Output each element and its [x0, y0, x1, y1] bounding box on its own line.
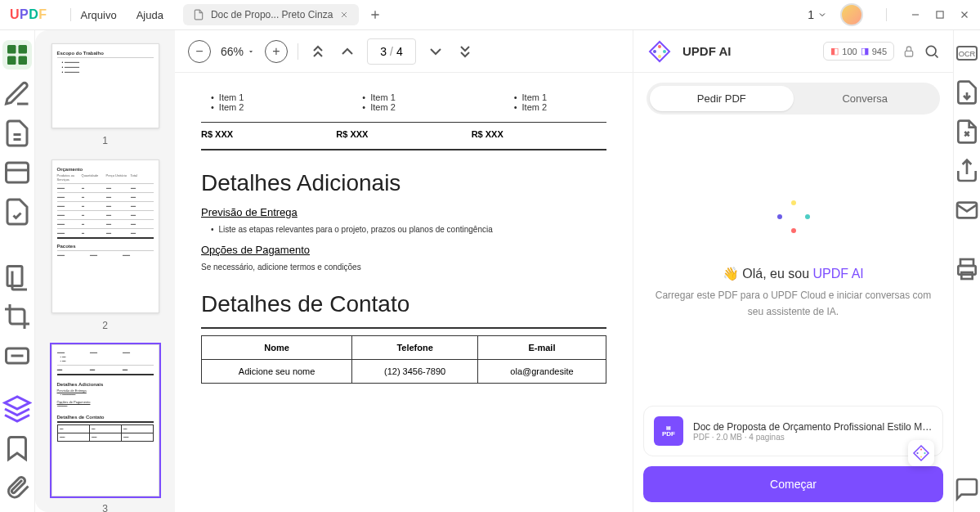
layers-tool[interactable]	[2, 394, 32, 424]
ai-header: UPDF AI ◧100 ◨945	[633, 30, 953, 73]
svg-rect-6	[7, 267, 22, 286]
svg-point-8	[658, 45, 661, 48]
ai-tabs: Pedir PDF Conversa	[633, 73, 953, 115]
minimize-icon[interactable]	[910, 9, 921, 20]
price-row: R$ XXXR$ XXXR$ XXX	[201, 122, 606, 139]
chevron-down-icon	[817, 10, 827, 20]
thumbnail-label: 1	[48, 135, 162, 146]
lock-icon[interactable]	[902, 45, 915, 58]
document-tab[interactable]: Doc de Propo... Preto Cinza	[183, 4, 359, 25]
thumbnail-label: 3	[48, 503, 162, 512]
credits-display[interactable]: ◧100 ◨945	[823, 42, 894, 61]
search-icon[interactable]	[924, 43, 940, 60]
svg-point-20	[920, 448, 922, 450]
document-icon	[193, 9, 204, 20]
bookmark-tool[interactable]	[2, 433, 32, 463]
svg-point-22	[920, 456, 922, 457]
right-toolbar: OCR	[953, 30, 980, 512]
form-tool[interactable]	[2, 158, 32, 187]
separator	[886, 8, 887, 21]
svg-rect-1	[7, 45, 16, 54]
thumbnail-1[interactable]: Escopo do Trabalho • ━━━━━━• ━━━━━━• ━━━…	[51, 43, 159, 128]
heading-forecast: Previsão de Entrega	[201, 206, 606, 218]
svg-point-23	[916, 452, 918, 454]
document-page: Item 1Item 2 Item 1Item 2 Item 1Item 2 R…	[175, 73, 633, 512]
separator	[70, 8, 71, 21]
tab-title: Doc de Propo... Preto Cinza	[211, 9, 333, 20]
tab-pedir-pdf[interactable]: Pedir PDF	[650, 86, 794, 111]
last-page-button[interactable]	[455, 42, 475, 61]
thumbnails-tool[interactable]	[2, 40, 32, 70]
start-button[interactable]: Começar	[643, 466, 943, 502]
page-input[interactable]: 3 / 4	[367, 38, 416, 65]
maximize-icon[interactable]	[934, 9, 946, 20]
svg-rect-5	[7, 163, 29, 182]
thumbnails-panel: Escopo do Trabalho • ━━━━━━• ━━━━━━• ━━━…	[35, 30, 175, 512]
items-section: Item 1Item 2 Item 1Item 2 Item 1Item 2	[201, 92, 606, 112]
thumbnail-2[interactable]: Orçamento Produtos ou ServiçosQuantidade…	[51, 159, 159, 313]
close-icon[interactable]	[339, 10, 349, 20]
new-tab-button[interactable]	[365, 5, 385, 25]
next-page-button[interactable]	[426, 42, 445, 61]
svg-point-13	[926, 46, 936, 56]
svg-point-10	[658, 55, 661, 58]
svg-point-21	[924, 452, 925, 454]
ai-file-card: ▤PDF Doc de Proposta de Orçamento Profis…	[643, 406, 943, 456]
attachment-tool[interactable]	[2, 473, 32, 502]
annotate-tool[interactable]	[2, 119, 32, 148]
email-tool[interactable]	[954, 197, 980, 223]
ocr-tool[interactable]: OCR	[954, 40, 980, 66]
ai-subtext: Carregar este PDF para o UPDF Cloud e in…	[653, 288, 933, 319]
separator	[298, 43, 298, 60]
zoom-in-button[interactable]: +	[265, 40, 288, 63]
thumbnail-label: 2	[48, 320, 162, 331]
menu-arquivo[interactable]: Arquivo	[81, 9, 117, 21]
menu-ajuda[interactable]: Ajuda	[136, 9, 163, 21]
ai-title: UPDF AI	[682, 44, 731, 58]
svg-rect-2	[19, 45, 28, 54]
tab-conversa[interactable]: Conversa	[794, 86, 937, 111]
prev-page-button[interactable]	[338, 42, 357, 61]
ai-body: 👋Olá, eu sou UPDF AI Carregar este PDF p…	[633, 115, 953, 406]
document-scroll[interactable]: Item 1Item 2 Item 1Item 2 Item 1Item 2 R…	[175, 73, 633, 512]
redact-tool[interactable]	[2, 341, 32, 371]
pages-tool[interactable]	[2, 263, 32, 292]
chat-tool[interactable]	[954, 476, 980, 502]
file-name: Doc de Proposta de Orçamento Profissiona…	[693, 421, 933, 433]
heading-contact: Detalhes de Contato	[201, 291, 606, 317]
heading-additional: Detalhes Adicionais	[201, 170, 606, 196]
svg-point-11	[653, 50, 656, 53]
forecast-text: Liste as etapas relevantes para o projet…	[201, 225, 606, 234]
thumbnail-3[interactable]: ━━━━━━━━━ • ━━• ━━ ━━━━━━ Detalhes Adici…	[51, 344, 159, 496]
ai-panel: UPDF AI ◧100 ◨945 Pedir PDF Conversa	[633, 30, 953, 512]
app-logo: UPDF	[10, 7, 47, 22]
share-tool[interactable]	[954, 158, 980, 184]
zoom-out-button[interactable]: −	[188, 40, 211, 63]
export-tool[interactable]	[954, 79, 980, 106]
left-toolbar	[0, 30, 35, 512]
payment-text: Se necessário, adicione termos e condiçõ…	[201, 263, 606, 272]
svg-text:OCR: OCR	[959, 50, 976, 58]
edit-tool[interactable]	[2, 79, 32, 109]
document-area: − 66% + 3 / 4 Item 1Item 2 Item 1Item 2	[175, 30, 633, 512]
compress-tool[interactable]	[954, 119, 980, 145]
contact-table: Nome Telefone E-mail Adicione seu nome (…	[201, 335, 606, 384]
heading-payment: Opções de Pagamento	[201, 244, 606, 256]
workspace-dropdown[interactable]: 1	[808, 8, 827, 21]
pdf-badge-icon: ▤PDF	[654, 416, 683, 446]
first-page-button[interactable]	[308, 42, 328, 61]
ai-floating-button[interactable]	[908, 440, 934, 466]
fill-sign-tool[interactable]	[2, 197, 32, 227]
updf-ai-logo-icon	[647, 38, 673, 65]
workspace: Escopo do Trabalho • ━━━━━━• ━━━━━━• ━━━…	[0, 30, 980, 512]
loading-dots-icon	[777, 200, 810, 233]
document-toolbar: − 66% + 3 / 4	[175, 30, 633, 73]
zoom-dropdown[interactable]: 66%	[221, 45, 255, 58]
svg-point-9	[663, 50, 666, 53]
titlebar: UPDF Arquivo Ajuda Doc de Propo... Preto…	[0, 0, 980, 30]
ai-greeting: 👋Olá, eu sou UPDF AI	[723, 266, 864, 281]
crop-tool[interactable]	[2, 302, 32, 331]
avatar[interactable]	[840, 3, 863, 26]
print-tool[interactable]	[954, 256, 980, 282]
close-window-icon[interactable]	[959, 9, 970, 20]
